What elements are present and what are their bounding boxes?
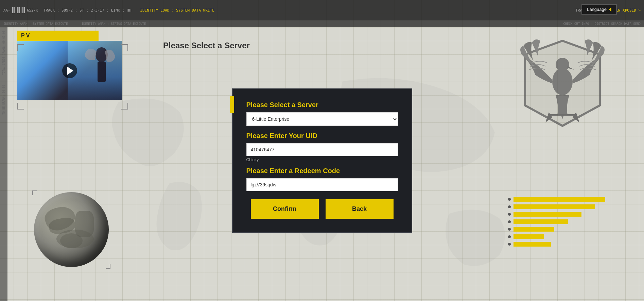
server-label: Please Select a Server <box>246 101 398 109</box>
server-select[interactable]: 6-Little Enterprise 1-Official Server 2-… <box>246 112 398 126</box>
uid-hint: Chioky <box>246 157 398 162</box>
back-button[interactable]: Back <box>326 199 394 219</box>
uid-input[interactable] <box>246 143 398 156</box>
modal-accent <box>230 96 234 113</box>
modal-buttons: Confirm Back <box>246 199 398 219</box>
uid-label: Please Enter Your UID <box>246 132 398 140</box>
redeem-input[interactable] <box>246 178 398 191</box>
modal-dialog: Please Select a Server 6-Little Enterpri… <box>232 88 412 233</box>
redeem-label: Please Enter a Redeem Code <box>246 167 398 175</box>
modal-overlay: Please Select a Server 6-Little Enterpri… <box>0 0 644 301</box>
confirm-button[interactable]: Confirm <box>251 199 319 219</box>
